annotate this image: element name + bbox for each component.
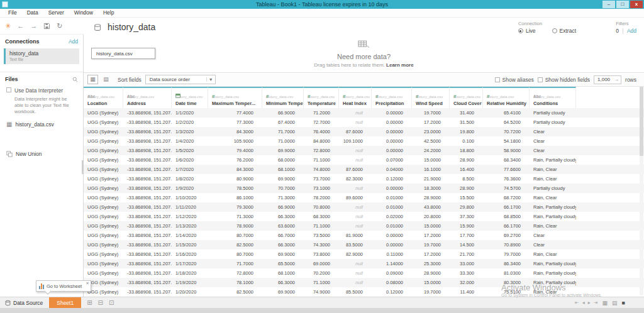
cell[interactable]: 82.3000 [339,174,372,184]
cell[interactable]: 0.08000 [372,278,412,287]
cell[interactable]: 66.3000 [262,212,304,221]
forward-arrow-icon[interactable]: → [30,22,37,30]
cell[interactable]: 74.5700 [483,184,530,193]
cell[interactable]: 71.2000 [304,108,339,118]
cell[interactable]: 1/18/2020 [172,268,208,278]
cell[interactable]: 1/17/2020 [172,259,208,268]
cell[interactable]: -33.868908, 151.207... [123,268,172,278]
cell[interactable]: -33.868908, 151.207... [123,221,172,231]
cell[interactable]: 33.300 [450,268,483,278]
cell[interactable]: null [339,278,372,287]
cell[interactable]: 28.900 [450,155,483,165]
cell[interactable]: 31.400 [450,108,483,118]
cell[interactable]: 0.12000 [372,287,412,297]
cell[interactable]: 1/15/2020 [172,240,208,250]
add-connection-link[interactable]: Add [69,38,78,45]
cell[interactable]: 0.00000 [372,136,412,146]
cell[interactable]: 19.7000 [412,240,450,250]
cell[interactable]: 25.3000 [412,259,450,268]
cell[interactable]: 0.12000 [372,174,412,184]
cell[interactable]: UGG (Sydney) [84,250,123,259]
cell[interactable]: UGG (Sydney) [84,259,123,268]
close-icon[interactable]: ✕ [86,281,89,286]
cell[interactable]: null [339,146,372,155]
cell[interactable]: 17.2000 [412,250,450,259]
cell[interactable]: 73.1000 [304,184,339,193]
cell[interactable]: 28.9000 [412,193,450,202]
new-dashboard-icon[interactable]: ⊟ [98,299,103,306]
cell[interactable]: 68.0000 [262,155,304,165]
cell[interactable]: 23.0000 [412,127,450,136]
maximize-button[interactable]: □ [616,1,629,8]
cell[interactable]: 74.9000 [304,287,339,297]
cell[interactable]: 66.9000 [262,202,304,212]
cell[interactable]: 87.6000 [339,127,372,136]
minimize-button[interactable]: – [602,1,615,8]
cell[interactable]: 31.500 [450,118,483,127]
cell[interactable]: 79.4000 [208,146,262,155]
cell[interactable]: 16.400 [450,165,483,174]
menu-data[interactable]: Data [23,9,43,17]
cell[interactable]: 0.11000 [372,250,412,259]
cell[interactable]: 21.700 [450,250,483,259]
cell[interactable]: 80.3000 [483,278,530,287]
cell[interactable]: null [339,268,372,278]
cell[interactable]: 66.9000 [262,108,304,118]
cell[interactable]: 82.9000 [339,250,372,259]
cell[interactable]: 66.1700 [483,221,530,231]
cell[interactable]: 0.00000 [372,108,412,118]
cell[interactable]: 109.1000 [339,136,372,146]
cell[interactable]: 72.8000 [208,268,262,278]
back-arrow-icon[interactable]: ← [17,22,24,30]
cell[interactable]: 72.7000 [304,118,339,127]
cell[interactable]: 0.01000 [372,193,412,202]
save-icon[interactable] [43,23,50,30]
cell[interactable]: Clear [530,146,576,155]
cell[interactable]: 0.01000 [372,221,412,231]
cell[interactable]: 84.3000 [208,127,262,136]
cell[interactable]: 83.5000 [339,240,372,250]
grid-view-icon[interactable]: ▦ [602,300,608,306]
cell[interactable]: 69.0000 [304,259,339,268]
cell[interactable]: 72.8000 [304,146,339,155]
cell[interactable]: UGG (Sydney) [84,268,123,278]
cell[interactable]: 1/11/2020 [172,202,208,212]
cell[interactable]: 58.9000 [483,146,530,155]
cell[interactable]: Clear [530,127,576,136]
cell[interactable]: 8.500 [450,174,483,184]
cell[interactable]: 15.0000 [412,155,450,165]
cell[interactable]: -33.868908, 151.207... [123,259,172,268]
column-header-address[interactable]: Abchistory_data.csvAddress [123,87,172,108]
menu-help[interactable]: Help [99,9,118,17]
cell[interactable]: 17.2000 [412,118,450,127]
cell[interactable]: 1/4/2020 [172,136,208,146]
cell[interactable]: 71.7000 [262,127,304,136]
cell[interactable]: 84.8000 [304,136,339,146]
cell[interactable]: -33.868908, 151.207... [123,202,172,212]
data-grid-view-icon[interactable]: ▦ [87,75,98,84]
cell[interactable]: UGG (Sydney) [84,212,123,221]
cell[interactable]: 1/3/2020 [172,127,208,136]
cell[interactable]: 69.2700 [483,231,530,240]
column-header-maximum-temper-[interactable]: #history_data.csvMaximum Temper... [208,87,262,108]
cell[interactable]: 81.9000 [339,231,372,240]
cell[interactable]: 73.5000 [304,231,339,240]
scrollbar-thumb[interactable] [640,87,643,156]
cell[interactable]: -33.868908, 151.207... [123,118,172,127]
cell[interactable]: -33.868908, 151.207... [123,184,172,193]
cell[interactable]: UGG (Sydney) [84,184,123,193]
column-header-wind-speed[interactable]: #history_data.csvWind Speed [412,87,450,108]
cell[interactable]: 66.7000 [262,231,304,240]
cell[interactable]: 1/6/2020 [172,155,208,165]
cell[interactable]: 1/8/2020 [172,174,208,184]
cell[interactable]: 76.4000 [304,127,339,136]
cell[interactable]: 70.7000 [262,184,304,193]
cell[interactable]: 28.900 [450,184,483,193]
cell[interactable]: null [339,221,372,231]
cell[interactable]: 68.1000 [262,165,304,174]
column-header-location[interactable]: Abchistory_data.csvLocation [84,87,123,108]
cell[interactable]: Partially cloudy [530,118,576,127]
cell[interactable]: 68.8500 [483,212,530,221]
cell[interactable]: 15.900 [450,221,483,231]
cell[interactable]: 18.800 [450,146,483,155]
